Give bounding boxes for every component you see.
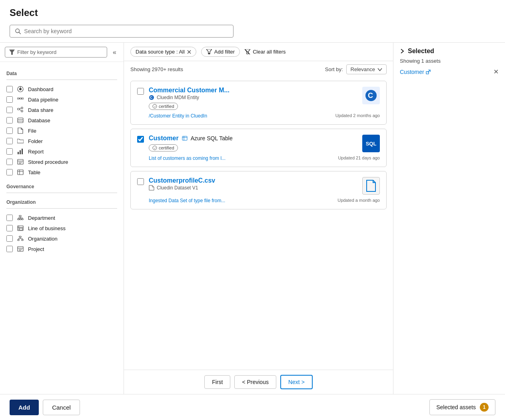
asset-2-title[interactable]: Customer Azure SQL Table (149, 135, 357, 142)
org-label: Organization (28, 236, 58, 242)
filter-keyword-input[interactable]: Filter by keyword (5, 47, 107, 58)
asset-1-title[interactable]: Commercial Customer M... (149, 87, 357, 94)
svg-text:✓: ✓ (154, 147, 156, 149)
selected-item-link[interactable]: Customer (400, 69, 431, 75)
report-label: Report (28, 149, 44, 155)
department-checkbox[interactable] (6, 215, 13, 221)
svg-rect-44 (18, 239, 19, 241)
svg-text:C: C (150, 96, 153, 100)
add-button[interactable]: Add (10, 400, 39, 415)
certified-label: certified (159, 104, 174, 109)
svg-rect-30 (19, 215, 21, 217)
sidebar-item-stored-procedure[interactable]: Stored procedure (6, 157, 117, 167)
results-count: Showing 2970+ results (130, 66, 183, 72)
data-pipeline-checkbox[interactable] (6, 96, 13, 103)
lob-checkbox[interactable] (6, 225, 13, 231)
file-checkbox[interactable] (6, 127, 13, 134)
sidebar-item-report[interactable]: Report (6, 146, 117, 157)
sort-value: Relevance (351, 66, 375, 72)
next-page-button[interactable]: Next > (280, 375, 313, 389)
prev-page-button[interactable]: < Previous (234, 375, 276, 389)
svg-rect-32 (20, 219, 21, 220)
report-checkbox[interactable] (6, 148, 13, 155)
asset-2-icon: SQL (362, 135, 380, 152)
sidebar-item-department[interactable]: Department (6, 213, 117, 223)
svg-line-14 (20, 108, 21, 109)
dashboard-checkbox[interactable] (6, 86, 13, 92)
asset-3-title[interactable]: CustomerprofileC.csv (149, 177, 357, 184)
svg-text:✓: ✓ (154, 105, 156, 108)
add-filter-button[interactable]: Add filter (201, 47, 240, 57)
organization-section-label: Organization (6, 199, 117, 205)
sort-control[interactable]: Sort by: Relevance (325, 64, 387, 74)
lob-icon (17, 225, 24, 232)
sidebar-item-dashboard[interactable]: Dashboard (6, 84, 117, 94)
sidebar-item-line-of-business[interactable]: Line of business (6, 223, 117, 233)
governance-section-label: Governance (6, 184, 117, 189)
project-icon (17, 245, 24, 253)
asset-1-certified-badge: ✓ certified (149, 103, 178, 110)
selected-item-customer: Customer ✕ (400, 68, 499, 76)
remove-selected-button[interactable]: ✕ (493, 68, 499, 76)
sidebar-item-database[interactable]: Database (6, 115, 117, 125)
file-icon (17, 127, 24, 134)
svg-rect-8 (22, 98, 24, 99)
asset-2-subtitle-prefix: Azure SQL Table (191, 135, 233, 141)
folder-icon (17, 137, 24, 145)
data-share-checkbox[interactable] (6, 107, 13, 113)
svg-line-1 (19, 32, 21, 34)
svg-rect-45 (22, 239, 23, 241)
asset-1-checkbox[interactable] (137, 88, 144, 95)
sidebar-item-folder[interactable]: Folder (6, 136, 117, 146)
selected-assets-count: 1 (480, 403, 489, 412)
datasource-type-filter[interactable]: Data source type : All (130, 47, 196, 57)
folder-label: Folder (28, 138, 43, 144)
dashboard-label: Dashboard (28, 86, 54, 92)
lob-label: Line of business (28, 225, 66, 231)
search-bar[interactable] (10, 25, 234, 38)
filter-icon (9, 50, 15, 55)
procedure-label: Stored procedure (28, 159, 68, 165)
search-icon (15, 28, 21, 34)
svg-rect-13 (21, 110, 23, 112)
sort-select[interactable]: Relevance (346, 64, 387, 74)
selected-assets-badge[interactable]: Selected assets 1 (429, 399, 495, 415)
svg-rect-17 (18, 121, 23, 123)
filter-keyword-placeholder: Filter by keyword (17, 49, 56, 55)
cancel-button[interactable]: Cancel (43, 400, 80, 415)
asset-card-1: Commercial Customer M... C Cluedin MDM E… (130, 81, 387, 125)
asset-card-2: Customer Azure SQL Table ✓ certified SQL… (130, 129, 387, 167)
first-page-button[interactable]: First (204, 375, 230, 389)
asset-card-3: CustomerprofileC.csv Cluedin Dataset V1 … (130, 171, 387, 209)
sidebar-item-file[interactable]: File (6, 125, 117, 136)
add-filter-icon (206, 49, 212, 55)
svg-rect-11 (18, 108, 20, 110)
asset-2-checkbox[interactable] (137, 136, 144, 143)
cluedin-c-icon: C (149, 95, 154, 100)
sidebar-item-table[interactable]: Table (6, 167, 117, 177)
right-panel-title: Selected (408, 48, 434, 55)
collapse-sidebar-button[interactable]: « (110, 48, 119, 57)
svg-rect-42 (20, 228, 22, 230)
asset-1-icon: C (362, 87, 380, 104)
svg-line-73 (428, 70, 430, 72)
project-checkbox[interactable] (6, 246, 13, 252)
table-icon (17, 169, 24, 176)
asset-2-description: List of customers as coming from l... (149, 155, 226, 161)
results-bar: Showing 2970+ results Sort by: Relevance (124, 61, 393, 78)
sidebar-item-project[interactable]: Project (6, 244, 117, 254)
search-input[interactable] (24, 28, 228, 34)
database-checkbox[interactable] (6, 117, 13, 123)
sidebar-item-data-pipeline[interactable]: Data pipeline (6, 94, 117, 105)
org-checkbox[interactable] (6, 235, 13, 242)
folder-checkbox[interactable] (6, 138, 13, 144)
sidebar-item-organization[interactable]: Organization (6, 233, 117, 244)
table-checkbox[interactable] (6, 169, 13, 175)
add-filter-label: Add filter (214, 49, 235, 55)
stored-procedure-checkbox[interactable] (6, 159, 13, 165)
sidebar-item-data-share[interactable]: Data share (6, 105, 117, 115)
clear-all-filters-button[interactable]: Clear all filters (245, 49, 285, 55)
asset-3-checkbox[interactable] (137, 178, 144, 185)
file-label: File (28, 128, 36, 134)
procedure-icon (17, 158, 24, 165)
